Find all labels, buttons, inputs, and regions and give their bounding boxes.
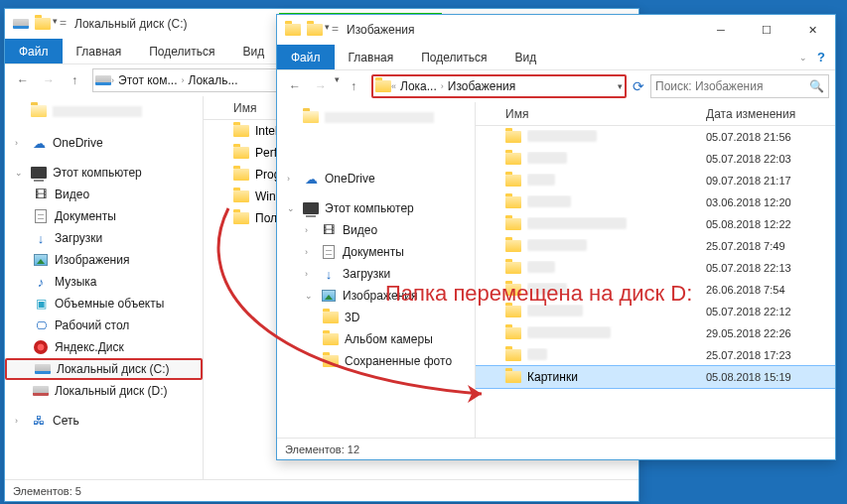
nav-back-button[interactable]: ← — [11, 68, 35, 92]
nav-pictures-saved[interactable]: Сохраненные фото — [277, 350, 475, 372]
folder-icon — [505, 260, 521, 276]
nav-videos[interactable]: 🎞Видео — [5, 184, 203, 205]
nav-pane[interactable]: ›☁OneDrive ⌄Этот компьютер ›🎞Видео ›Доку… — [277, 102, 476, 438]
nav-pane[interactable]: ›☁OneDrive ⌄Этот компьютер 🎞Видео Докуме… — [5, 96, 204, 479]
nav-this-pc[interactable]: ⌄Этот компьютер — [277, 197, 475, 219]
folder-icon — [505, 194, 521, 210]
folder-name — [527, 283, 700, 298]
qat-overflow-icon[interactable]: = — [60, 16, 67, 32]
folder-name — [527, 130, 700, 145]
nav-pictures-camera-roll[interactable]: Альбом камеры — [277, 328, 475, 350]
folder-icon — [233, 210, 249, 226]
folder-date: 05.07.2018 22:13 — [706, 262, 835, 274]
nav-local-disk-d[interactable]: Локальный диск (D:) — [5, 380, 203, 402]
close-button[interactable]: ✕ — [789, 15, 835, 45]
folder-row[interactable]: 25.07.2018 17:23 — [476, 344, 835, 366]
folder-icon — [233, 123, 249, 139]
ribbon-tab-view[interactable]: Вид — [500, 45, 550, 69]
nav-up-button[interactable]: ↑ — [342, 74, 365, 98]
ribbon-tab-share[interactable]: Поделиться — [407, 45, 500, 69]
folder-row[interactable]: 05.07.2018 22:12 — [476, 301, 835, 322]
folder-name: Картинки — [527, 370, 700, 384]
nav-desktop[interactable]: 🖵Рабочий стол — [5, 315, 203, 336]
breadcrumb-drive[interactable]: Локаль... — [185, 73, 242, 87]
folder-date: 29.05.2018 22:26 — [706, 327, 835, 339]
nav-pictures-3d[interactable]: 3D — [277, 307, 475, 328]
nav-pictures[interactable]: ⌄Изображения — [277, 285, 475, 307]
folder-row[interactable]: 26.06.2018 7:54 — [476, 279, 835, 301]
address-row: ← → ▾ ↑ « Лока... › Изобажения ▾ ⟳ 🔍 — [277, 70, 835, 102]
folder-row[interactable]: Картинки05.08.2018 15:19 — [476, 366, 835, 388]
nav-forward-button[interactable]: → — [309, 74, 333, 98]
column-name[interactable]: Имя — [505, 107, 706, 121]
qat-dropdown-icon[interactable]: ▾ — [325, 22, 330, 38]
breadcrumb-drive[interactable]: Лока... — [396, 79, 441, 93]
help-icon[interactable]: ? — [817, 50, 825, 64]
folder-icon — [505, 282, 521, 298]
ribbon-tab-home[interactable]: Главная — [335, 45, 408, 69]
ribbon-tab-home[interactable]: Главная — [63, 39, 136, 63]
refresh-icon[interactable]: ⟳ — [633, 78, 644, 94]
nav-documents[interactable]: Документы — [5, 205, 203, 227]
titlebar[interactable]: ▾ = Изобажения ─ ☐ ✕ — [277, 15, 835, 45]
folder-row[interactable]: 29.05.2018 22:26 — [476, 322, 835, 344]
nav-downloads[interactable]: ↓Загрузки — [5, 227, 203, 249]
folder-date: 05.08.2018 15:19 — [706, 371, 835, 383]
nav-documents[interactable]: ›Документы — [277, 241, 475, 263]
quick-access-toolbar: ▾ = — [35, 16, 67, 32]
content-pane[interactable]: Имя Дата изменения 05.07.2018 21:5605.07… — [476, 102, 835, 438]
ribbon-tab-file[interactable]: Файл — [277, 45, 335, 69]
folder-row[interactable]: 05.07.2018 22:13 — [476, 257, 835, 279]
ribbon: Файл Главная Поделиться Вид ⌄ ? — [277, 45, 835, 70]
nav-quick-access[interactable] — [277, 106, 475, 128]
folder-icon[interactable] — [307, 22, 323, 38]
search-box[interactable]: 🔍 — [650, 74, 829, 98]
address-dropdown-icon[interactable]: ▾ — [618, 81, 623, 91]
folder-row[interactable]: 05.08.2018 12:22 — [476, 213, 835, 235]
column-headers[interactable]: Имя Дата изменения — [476, 102, 835, 126]
qat-dropdown-icon[interactable]: ▾ — [53, 16, 58, 32]
folder-icon[interactable] — [35, 16, 51, 32]
qat-overflow-icon[interactable]: = — [332, 22, 339, 38]
nav-forward-button[interactable]: → — [37, 68, 61, 92]
folder-row[interactable]: 05.07.2018 21:56 — [476, 126, 835, 148]
search-input[interactable] — [655, 79, 809, 93]
folder-date: 05.08.2018 12:22 — [706, 218, 835, 230]
nav-pictures[interactable]: Изображения — [5, 249, 203, 271]
ribbon-expand-icon[interactable]: ⌄ — [799, 53, 807, 63]
nav-quick-access[interactable] — [5, 100, 203, 122]
nav-back-button[interactable]: ← — [283, 74, 307, 98]
nav-network[interactable]: ›🖧Сеть — [5, 410, 203, 432]
folder-row[interactable]: 25.07.2018 7:49 — [476, 235, 835, 257]
maximize-button[interactable]: ☐ — [744, 15, 789, 45]
status-item-count: Элементов: 12 — [285, 443, 359, 455]
file-list[interactable]: 05.07.2018 21:5605.07.2018 22:0309.07.20… — [476, 126, 835, 438]
nav-local-disk-c[interactable]: Локальный диск (C:) — [5, 358, 203, 380]
folder-row[interactable]: 05.07.2018 22:03 — [476, 148, 835, 170]
nav-history-dropdown-icon[interactable]: ▾ — [335, 74, 340, 98]
folder-date: 26.06.2018 7:54 — [706, 284, 835, 296]
column-date[interactable]: Дата изменения — [706, 107, 835, 121]
nav-videos[interactable]: ›🎞Видео — [277, 219, 475, 241]
nav-up-button[interactable]: ↑ — [63, 68, 86, 92]
nav-downloads[interactable]: ›↓Загрузки — [277, 263, 475, 285]
folder-row[interactable]: 09.07.2018 21:17 — [476, 170, 835, 191]
ribbon-tab-file[interactable]: Файл — [5, 39, 63, 63]
ribbon-tab-view[interactable]: Вид — [228, 39, 278, 63]
ribbon-tab-share[interactable]: Поделиться — [135, 39, 228, 63]
nav-music[interactable]: ♪Музыка — [5, 271, 203, 293]
minimize-button[interactable]: ─ — [698, 15, 744, 45]
folder-icon — [233, 145, 249, 161]
nav-onedrive[interactable]: ›☁OneDrive — [5, 132, 203, 154]
breadcrumb-folder[interactable]: Изобажения — [444, 79, 519, 93]
breadcrumb-this-pc[interactable]: Этот ком... — [114, 73, 182, 87]
address-bar[interactable]: « Лока... › Изобажения ▾ — [371, 74, 627, 98]
nav-onedrive[interactable]: ›☁OneDrive — [277, 168, 475, 189]
folder-icon — [375, 78, 391, 94]
folder-row[interactable]: 03.06.2018 12:20 — [476, 191, 835, 213]
folder-icon — [505, 151, 521, 167]
nav-this-pc[interactable]: ⌄Этот компьютер — [5, 162, 203, 184]
nav-3d-objects[interactable]: ▣Объемные объекты — [5, 293, 203, 315]
search-icon[interactable]: 🔍 — [809, 79, 824, 93]
nav-yandex-disk[interactable]: Яндекс.Диск — [5, 336, 203, 358]
